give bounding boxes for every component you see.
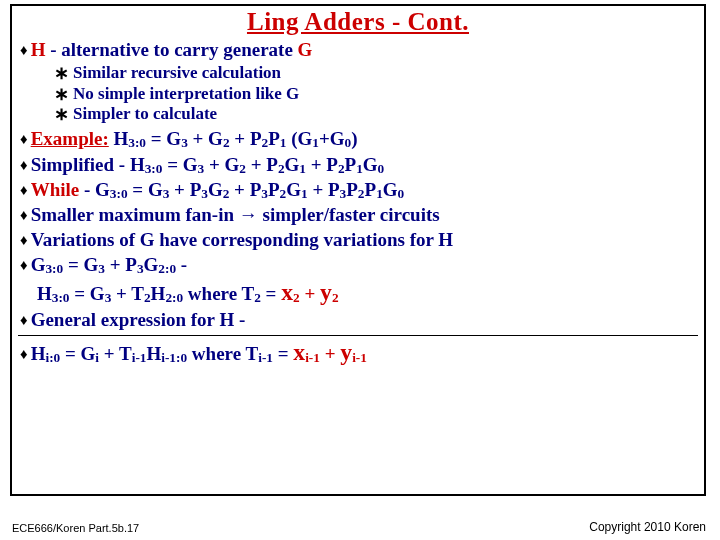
t: 2 — [239, 161, 246, 176]
diamond-icon: ♦ — [20, 131, 28, 148]
arrow-icon: → — [239, 204, 258, 225]
diamond-icon: ♦ — [20, 257, 28, 274]
t: = — [273, 343, 293, 364]
t: x — [281, 279, 293, 305]
eq-h-line: H3:0 = G3 + T2H2:0 where T2 = x2 + y2 — [37, 279, 698, 306]
t: + T — [99, 343, 132, 364]
t: H — [151, 283, 166, 304]
t: Simplified - — [31, 154, 125, 175]
t: i-1 — [132, 350, 147, 365]
t: General expression for H - — [31, 309, 246, 330]
t: G — [383, 179, 398, 200]
t: 3:0 — [145, 161, 163, 176]
t: 2 — [254, 290, 261, 305]
sub-bullet: ∗Similar recursive calculation — [54, 64, 698, 84]
asterisk-icon: ∗ — [54, 85, 69, 105]
t: + P — [246, 154, 278, 175]
t: Variations of G have corresponding varia… — [31, 229, 453, 250]
t: 2:0 — [158, 261, 176, 276]
t: H — [125, 154, 145, 175]
diamond-icon: ♦ — [20, 312, 28, 329]
text: Simpler to calculate — [73, 104, 217, 123]
example-line: ♦Example: H3:0 = G3 + G2 + P2P1 (G1+G0) — [20, 128, 698, 150]
t: 3 — [201, 186, 208, 201]
t: H — [109, 128, 129, 149]
diamond-icon: ♦ — [20, 42, 28, 59]
diamond-icon: ♦ — [20, 207, 28, 224]
t: 0 — [378, 161, 385, 176]
t: G — [286, 179, 301, 200]
while-line: ♦While - G3:0 = G3 + P3G2 + P3P2G1 + P3P… — [20, 179, 698, 201]
t: simpler/faster circuits — [258, 204, 440, 225]
t: + T — [111, 283, 144, 304]
t: + P — [230, 128, 262, 149]
t: 2 — [338, 161, 345, 176]
text: - alternative to carry generate — [45, 39, 297, 60]
t: i-1 — [305, 350, 320, 365]
t: - — [176, 254, 187, 275]
t: = G — [128, 179, 163, 200]
g-var: G — [298, 39, 313, 60]
t: 3 — [261, 186, 268, 201]
t: 1 — [376, 186, 383, 201]
t: 3 — [137, 261, 144, 276]
t: - — [79, 179, 90, 200]
h-var: H — [31, 39, 46, 60]
t: = G — [146, 128, 181, 149]
t: H — [37, 283, 52, 304]
t: = G — [162, 154, 197, 175]
t: y — [320, 279, 332, 305]
t: 3:0 — [52, 290, 70, 305]
t: 3:0 — [45, 261, 63, 276]
divider — [18, 335, 698, 336]
t: x — [293, 339, 305, 365]
t: 0 — [398, 186, 405, 201]
t: G — [90, 179, 110, 200]
t: + P — [229, 179, 261, 200]
asterisk-icon: ∗ — [54, 105, 69, 125]
t: + P — [105, 254, 137, 275]
sub-bullet: ∗Simpler to calculate — [54, 105, 698, 125]
t: G — [31, 254, 46, 275]
t: 2 — [278, 161, 285, 176]
t: = G — [63, 254, 98, 275]
t: P — [268, 128, 280, 149]
variations-line: ♦Variations of G have corresponding vari… — [20, 229, 698, 251]
t: P — [268, 179, 280, 200]
t: 3 — [98, 261, 105, 276]
slide-title: Ling Adders - Cont. — [18, 8, 698, 36]
t: 3:0 — [110, 186, 128, 201]
diamond-icon: ♦ — [20, 182, 28, 199]
t: = G — [60, 343, 95, 364]
final-line: ♦Hi:0 = Gi + Ti-1Hi-1:0 where Ti-1 = xi-… — [20, 339, 698, 366]
t: 1 — [356, 161, 363, 176]
t: P — [346, 179, 358, 200]
asterisk-icon: ∗ — [54, 64, 69, 84]
t: i:0 — [45, 350, 60, 365]
general-line: ♦General expression for H - — [20, 309, 698, 331]
t: = — [261, 283, 281, 304]
t: 2 — [144, 290, 151, 305]
t: G — [363, 154, 378, 175]
t: y — [340, 339, 352, 365]
t: i-1:0 — [161, 350, 187, 365]
t: + — [300, 283, 320, 304]
t: 1 — [312, 135, 319, 150]
t: ) — [351, 128, 357, 149]
t: = G — [70, 283, 105, 304]
t: G — [144, 254, 159, 275]
t: Smaller maximum fan-in — [31, 204, 239, 225]
eq-g-line: ♦G3:0 = G3 + P3G2:0 - — [20, 254, 698, 276]
t: 1 — [299, 161, 306, 176]
t: H — [146, 343, 161, 364]
t: where T — [187, 343, 258, 364]
t: 2:0 — [165, 290, 183, 305]
t: 2 — [332, 290, 339, 305]
text: Similar recursive calculation — [73, 63, 281, 82]
t: i-1 — [352, 350, 367, 365]
t: G — [285, 154, 300, 175]
t: 2 — [293, 290, 300, 305]
t: + — [320, 343, 340, 364]
t: 2 — [223, 135, 230, 150]
diamond-icon: ♦ — [20, 346, 28, 363]
